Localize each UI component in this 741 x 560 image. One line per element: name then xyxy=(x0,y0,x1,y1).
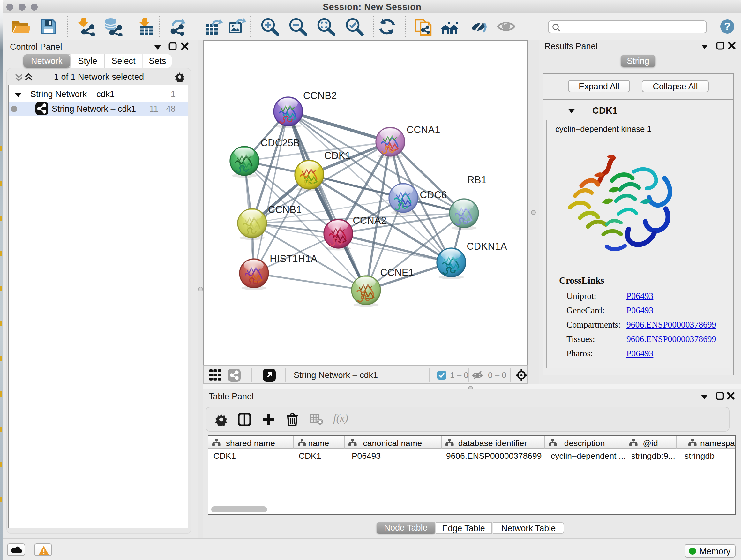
svg-text:CDKN1A: CDKN1A xyxy=(467,241,508,252)
svg-text:CCNA1: CCNA1 xyxy=(407,124,441,135)
svg-text:CCNB2: CCNB2 xyxy=(303,90,337,101)
svg-text:CCNA2: CCNA2 xyxy=(353,215,387,226)
svg-text:CCNB1: CCNB1 xyxy=(268,204,302,215)
svg-text:CDC6: CDC6 xyxy=(420,189,447,200)
svg-text:RB1: RB1 xyxy=(468,174,487,185)
svg-text:HIST1H1A: HIST1H1A xyxy=(270,253,318,264)
svg-text:?: ? xyxy=(724,20,731,32)
svg-text:CDK1: CDK1 xyxy=(324,150,351,161)
svg-text:CDC25B: CDC25B xyxy=(261,137,300,148)
svg-text:CCNE1: CCNE1 xyxy=(381,267,414,278)
